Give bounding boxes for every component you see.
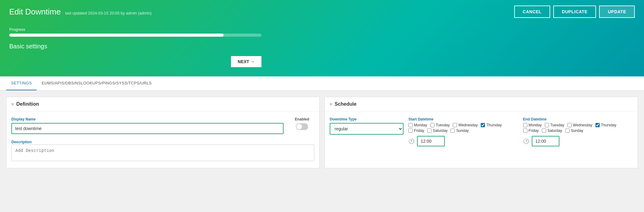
page-title: Edit Downtime [9, 7, 61, 17]
end-datetime-group: End Datetime Monday Tuesday Wednesday [523, 117, 633, 146]
end-day-tuesday[interactable]: Tuesday [545, 123, 564, 127]
end-day-monday[interactable]: Monday [523, 123, 542, 127]
last-updated-text: last updated 2024-03-15 20:05 by admin (… [65, 11, 152, 15]
definition-panel-body: Display Name Enabled Description [6, 112, 319, 168]
duplicate-button[interactable]: DUPLICATE [553, 6, 596, 18]
header-buttons: CANCEL DUPLICATE UPDATE [514, 6, 635, 18]
start-day-saturday[interactable]: Saturday [427, 128, 447, 133]
start-wednesday-checkbox[interactable] [453, 123, 457, 127]
schedule-dot [330, 103, 332, 105]
display-name-input[interactable] [11, 123, 284, 134]
start-time-input[interactable] [417, 136, 445, 146]
end-day-wednesday[interactable]: Wednesday [567, 123, 592, 127]
definition-dot [11, 103, 14, 105]
start-day-thursday[interactable]: Thursday [481, 123, 502, 127]
start-time-row: 🕐 [408, 136, 518, 146]
end-time-row: 🕐 [523, 136, 633, 146]
tab-settings[interactable]: SETTINGS [6, 76, 37, 90]
start-thursday-checkbox[interactable] [481, 123, 485, 127]
display-name-label: Display Name [11, 117, 284, 121]
progress-bar-container [9, 34, 261, 37]
end-datetime-label: End Datetime [523, 117, 633, 121]
start-sunday-checkbox[interactable] [451, 128, 455, 133]
description-group: Description [11, 139, 314, 162]
enabled-group: Enabled [290, 117, 314, 130]
page-header: Edit Downtime last updated 2024-03-15 20… [0, 0, 644, 76]
start-day-tuesday[interactable]: Tuesday [430, 123, 450, 127]
downtime-type-label: Downtime Type [330, 117, 403, 121]
description-label: Description [11, 140, 32, 144]
update-button[interactable]: UPDATE [599, 6, 635, 18]
end-day-thursday[interactable]: Thursday [595, 123, 616, 127]
end-days-row: Monday Tuesday Wednesday Thursday Fr [523, 123, 633, 133]
downtime-type-select[interactable]: regular flexible one_time [330, 123, 403, 135]
enabled-toggle[interactable] [296, 123, 308, 130]
progress-label: Progress [9, 27, 635, 32]
downtime-type-group: Downtime Type regular flexible one_time [330, 117, 403, 135]
schedule-panel-header: Schedule [325, 97, 638, 112]
end-saturday-checkbox[interactable] [542, 128, 546, 133]
definition-panel: Definition Display Name Enabled Descript… [6, 97, 320, 168]
end-day-saturday[interactable]: Saturday [542, 128, 562, 133]
tab-services[interactable]: EUMS/APIS/DBS/NSLOOKUPS/PINGS/SYSS/TCPS/… [37, 76, 157, 90]
end-thursday-checkbox[interactable] [595, 123, 600, 127]
end-monday-checkbox[interactable] [523, 123, 527, 127]
start-day-monday[interactable]: Monday [408, 123, 427, 127]
start-day-friday[interactable]: Friday [408, 128, 424, 133]
bottom-spacer [0, 174, 644, 193]
start-datetime-label: Start Datetime [408, 117, 518, 121]
start-monday-checkbox[interactable] [408, 123, 413, 127]
end-tuesday-checkbox[interactable] [545, 123, 549, 127]
end-time-clock-icon: 🕐 [523, 138, 529, 144]
end-day-sunday[interactable]: Sunday [565, 128, 583, 133]
schedule-panel-body: Downtime Type regular flexible one_time … [325, 112, 638, 152]
end-wednesday-checkbox[interactable] [567, 123, 572, 127]
start-datetime-group: Start Datetime Monday Tuesday Wednesday [408, 117, 518, 146]
enabled-label: Enabled [295, 117, 309, 121]
end-sunday-checkbox[interactable] [565, 128, 570, 133]
schedule-title: Schedule [335, 101, 356, 107]
main-content: Definition Display Name Enabled Descript… [0, 91, 644, 174]
start-saturday-checkbox[interactable] [427, 128, 431, 133]
end-day-friday[interactable]: Friday [523, 128, 539, 133]
start-day-wednesday[interactable]: Wednesday [453, 123, 478, 127]
progress-section: Progress [9, 27, 635, 37]
definition-panel-header: Definition [6, 97, 319, 112]
description-input[interactable] [11, 145, 314, 161]
basic-settings-label: Basic settings [9, 43, 635, 50]
progress-bar-fill [9, 34, 224, 37]
cancel-button[interactable]: CANCEL [514, 6, 550, 18]
start-time-clock-icon: 🕐 [408, 138, 415, 144]
display-name-group: Display Name [11, 117, 284, 134]
start-friday-checkbox[interactable] [408, 128, 413, 133]
schedule-panel: Schedule Downtime Type regular flexible … [324, 97, 638, 168]
start-day-sunday[interactable]: Sunday [451, 128, 469, 133]
next-button[interactable]: NEXT → [231, 56, 261, 67]
end-time-input[interactable] [532, 136, 559, 146]
tabs-bar: SETTINGS EUMS/APIS/DBS/NSLOOKUPS/PINGS/S… [0, 76, 644, 91]
start-days-row: Monday Tuesday Wednesday Thursday Fr [408, 123, 518, 133]
start-tuesday-checkbox[interactable] [430, 123, 435, 127]
end-friday-checkbox[interactable] [523, 128, 527, 133]
definition-title: Definition [16, 101, 39, 107]
